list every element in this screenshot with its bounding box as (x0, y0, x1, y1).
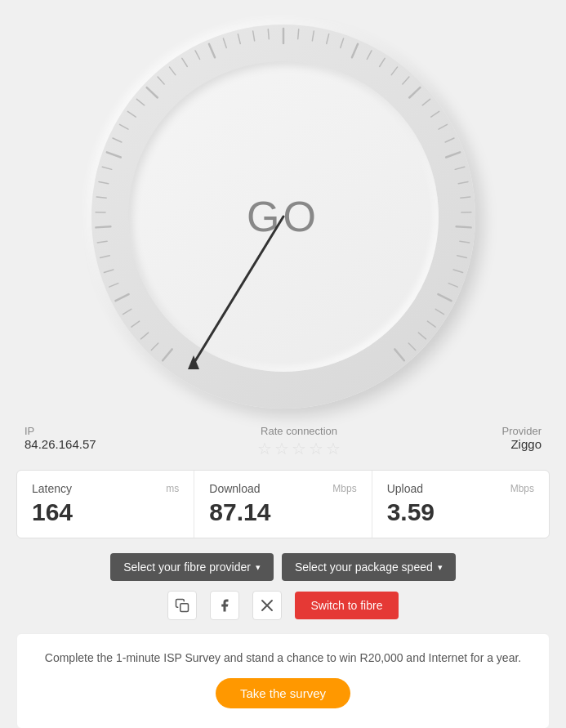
download-label: Download (209, 482, 260, 495)
svg-line-37 (379, 58, 384, 66)
star-4[interactable]: ☆ (309, 439, 323, 458)
svg-line-29 (268, 29, 269, 39)
twitter-button[interactable] (252, 591, 282, 620)
svg-line-6 (109, 284, 118, 287)
ip-value: 84.26.164.57 (25, 437, 96, 451)
svg-line-50 (456, 226, 470, 227)
svg-line-23 (181, 58, 186, 66)
speedometer-section: GO (0, 8, 566, 417)
svg-line-53 (453, 270, 462, 273)
svg-line-38 (391, 67, 397, 75)
fibre-provider-button[interactable]: Select your fibre provider (110, 553, 274, 581)
facebook-button[interactable] (210, 591, 239, 620)
svg-rect-63 (180, 604, 188, 612)
svg-line-42 (430, 111, 439, 117)
download-header: Download Mbps (209, 482, 356, 495)
gauge-outer: GO (91, 25, 475, 409)
latency-label: Latency (32, 482, 72, 495)
main-container: GO IP 84.26.164.57 Rate connection (0, 0, 566, 728)
svg-line-1 (151, 343, 158, 351)
svg-line-8 (100, 256, 109, 258)
svg-line-60 (394, 349, 404, 360)
latency-unit: ms (166, 483, 179, 494)
svg-line-15 (106, 152, 120, 157)
survey-text: Complete the 1-minute ISP Survey and sta… (33, 650, 533, 667)
latency-value: 164 (32, 498, 179, 526)
svg-line-21 (158, 77, 164, 84)
provider-label: Provider (502, 425, 541, 437)
svg-line-40 (409, 87, 420, 97)
copy-icon (175, 598, 189, 613)
survey-banner: Complete the 1-minute ISP Survey and sta… (16, 633, 550, 728)
go-label: GO (247, 192, 319, 241)
svg-line-34 (340, 38, 343, 47)
take-survey-button[interactable]: Take the survey (216, 678, 350, 708)
svg-line-52 (457, 256, 466, 258)
svg-line-47 (458, 181, 468, 183)
svg-line-20 (146, 87, 157, 97)
star-1[interactable]: ☆ (257, 439, 272, 458)
svg-line-54 (448, 284, 457, 287)
upload-header: Upload Mbps (387, 482, 534, 495)
svg-line-28 (252, 31, 254, 41)
svg-line-5 (115, 294, 128, 301)
svg-line-31 (297, 29, 298, 39)
svg-line-59 (408, 343, 415, 351)
upload-value: 3.59 (387, 498, 534, 526)
download-unit: Mbps (332, 483, 356, 494)
action-buttons-row: Select your fibre provider Select your p… (0, 553, 566, 581)
svg-line-12 (96, 197, 106, 198)
svg-line-2 (140, 333, 148, 339)
switch-fibre-button[interactable]: Switch to fibre (295, 592, 399, 619)
twitter-icon (260, 598, 274, 613)
svg-line-55 (438, 294, 451, 301)
svg-line-43 (439, 124, 447, 129)
star-rating[interactable]: ☆ ☆ ☆ ☆ ☆ (257, 439, 341, 458)
svg-line-3 (131, 321, 139, 327)
svg-line-46 (455, 167, 465, 169)
svg-line-56 (435, 309, 443, 314)
svg-line-7 (104, 270, 113, 273)
latency-header: Latency ms (32, 482, 179, 495)
latency-cell: Latency ms 164 (17, 471, 194, 538)
svg-line-0 (163, 349, 172, 360)
svg-line-57 (427, 321, 435, 327)
svg-line-16 (112, 138, 121, 142)
svg-line-35 (351, 44, 357, 58)
svg-line-22 (169, 67, 175, 75)
star-5[interactable]: ☆ (326, 439, 341, 458)
svg-line-41 (422, 99, 430, 105)
svg-line-33 (326, 34, 328, 44)
svg-line-18 (127, 111, 136, 117)
svg-line-14 (102, 167, 112, 169)
star-2[interactable]: ☆ (274, 439, 289, 458)
svg-line-48 (460, 197, 470, 198)
download-cell: Download Mbps 87.14 (194, 471, 372, 538)
speedometer[interactable]: GO (91, 25, 475, 409)
upload-cell: Upload Mbps 3.59 (372, 471, 549, 538)
svg-line-17 (119, 124, 127, 129)
social-switch-row: Switch to fibre (0, 591, 566, 620)
provider-info: Provider Ziggo (502, 425, 541, 451)
svg-line-19 (136, 99, 144, 105)
svg-line-45 (446, 152, 460, 157)
provider-value: Ziggo (510, 437, 541, 451)
svg-line-4 (123, 309, 131, 314)
metrics-row: Latency ms 164 Download Mbps 87.14 Uploa… (16, 470, 550, 538)
svg-line-39 (402, 77, 408, 84)
star-3[interactable]: ☆ (292, 439, 306, 458)
upload-unit: Mbps (510, 483, 534, 494)
svg-line-25 (208, 44, 214, 58)
download-value: 87.14 (209, 498, 356, 526)
svg-line-51 (459, 241, 469, 243)
facebook-icon (217, 598, 232, 613)
svg-line-32 (312, 31, 314, 41)
copy-button[interactable] (167, 591, 197, 620)
package-speed-button[interactable]: Select your package speed (282, 553, 456, 581)
svg-line-10 (96, 226, 110, 227)
svg-line-9 (97, 241, 107, 243)
rate-info: Rate connection ☆ ☆ ☆ ☆ ☆ (257, 425, 341, 458)
svg-line-58 (418, 333, 426, 339)
ip-info: IP 84.26.164.57 (25, 425, 96, 451)
ip-label: IP (25, 425, 96, 437)
